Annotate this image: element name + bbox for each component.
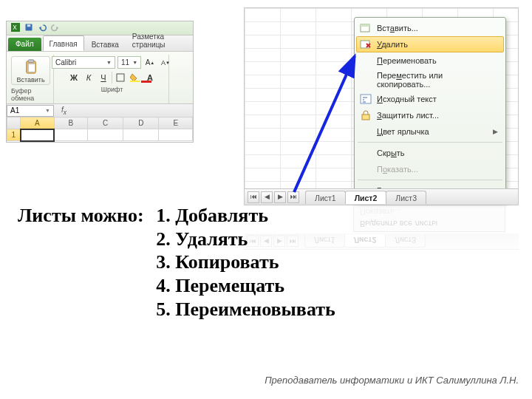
tab-page-layout[interactable]: Разметка страницы	[126, 29, 191, 51]
ctx-protect[interactable]: Защитить лист...	[356, 107, 504, 123]
ctx-tab-color[interactable]: Цвет ярлычка ▶	[356, 123, 504, 140]
ctx-move-copy[interactable]: Переместить или скопировать...	[356, 69, 504, 91]
ctx-view-code[interactable]: Исходный текст	[356, 91, 504, 107]
ctx-separator	[358, 142, 502, 143]
svg-text:X: X	[13, 24, 17, 31]
lesson-item: 4. Перемещать	[156, 274, 335, 298]
ctx-rename-label: Переименовать	[377, 56, 437, 65]
clipboard-group: Вставить Буфер обмена	[8, 55, 54, 103]
sheet-context-menu: Вставить... Удалить Переименовать Переме…	[354, 17, 506, 202]
ctx-hide-label: Скрыть	[377, 149, 405, 157]
fill-color-button[interactable]	[129, 71, 142, 83]
tab-insert[interactable]: Вставка	[86, 37, 125, 51]
svg-rect-6	[28, 64, 35, 72]
select-all-corner[interactable]	[7, 117, 21, 129]
cell-A1[interactable]	[21, 129, 55, 141]
ctx-delete[interactable]: Удалить	[356, 36, 504, 52]
svg-rect-5	[28, 60, 33, 63]
ctx-separator	[358, 180, 502, 180]
shrink-font-icon[interactable]: A▼	[159, 56, 172, 69]
lesson-item: 5. Переименовывать	[156, 298, 335, 321]
sheet-tab-bar: ⏮ ◀ ▶ ⏭ Лист1 Лист2 Лист3	[245, 188, 518, 205]
svg-rect-13	[362, 115, 369, 120]
svg-rect-7	[117, 74, 124, 81]
svg-rect-8	[130, 81, 140, 82]
lock-icon	[359, 109, 372, 121]
grow-font-icon[interactable]: A▲	[143, 56, 157, 69]
name-box[interactable]: A1▼	[7, 105, 54, 117]
ctx-delete-label: Удалить	[377, 40, 408, 49]
submenu-arrow-icon: ▶	[493, 128, 498, 135]
nav-last-icon[interactable]: ⏭	[287, 191, 299, 203]
font-group-label: Шрифт	[101, 85, 123, 95]
paste-label: Вставить	[16, 76, 44, 83]
cell-B1[interactable]	[54, 129, 88, 141]
sheet-tab-2[interactable]: Лист2	[345, 191, 387, 204]
nav-first-icon[interactable]: ⏮	[248, 191, 259, 203]
lesson-item: 2. Удалять	[156, 228, 335, 251]
ctx-insert-label: Вставить...	[377, 24, 418, 33]
svg-rect-3	[27, 24, 31, 27]
ctx-color-label: Цвет ярлычка	[377, 127, 429, 136]
lesson-item: 3. Копировать	[156, 250, 335, 274]
delete-sheet-icon	[359, 38, 372, 50]
ctx-rename[interactable]: Переименовать	[356, 52, 504, 69]
worksheet-grid-left: A B C D E 1	[7, 117, 193, 142]
font-name-combo[interactable]: Calibri▼	[52, 56, 115, 69]
ctx-hide[interactable]: Скрыть	[356, 145, 504, 161]
font-name-value: Calibri	[55, 58, 76, 66]
clipboard-icon	[23, 69, 39, 76]
lesson-list: 1. Добавлять 2. Удалять 3. Копировать 4.…	[156, 204, 335, 321]
lesson-text: Листы можно: 1. Добавлять 2. Удалять 3. …	[18, 204, 335, 321]
col-header-A[interactable]: A	[21, 117, 55, 129]
row-header-1[interactable]: 1	[7, 129, 21, 141]
undo-icon[interactable]	[38, 21, 47, 35]
formula-bar-row: A1▼ fx	[7, 103, 193, 117]
lesson-heading: Листы можно:	[18, 204, 144, 228]
font-size-combo[interactable]: 11▼	[117, 56, 141, 69]
sheet-tab-3[interactable]: Лист3	[386, 191, 426, 204]
sheet-tab-1[interactable]: Лист1	[305, 191, 346, 204]
excel-sheet-context-snippet: Вставить... Удалить Переименовать Переме…	[244, 7, 519, 205]
col-header-C[interactable]: C	[88, 117, 123, 129]
save-icon[interactable]	[24, 21, 33, 35]
col-header-E[interactable]: E	[159, 117, 193, 129]
underline-button[interactable]: Ч	[97, 71, 110, 83]
name-box-value: A1	[10, 106, 19, 115]
footer-credit: Преподаватель информатики и ИКТ Салимулл…	[265, 375, 519, 386]
lesson-item: 1. Добавлять	[156, 204, 335, 228]
cell-D1[interactable]	[123, 129, 159, 141]
ctx-move-label: Переместить или скопировать...	[377, 71, 498, 89]
ribbon-body: Вставить Буфер обмена Calibri▼ 11▼ A▲ A▼…	[7, 51, 193, 103]
excel-ribbon-snippet: X Файл Главная Вставка Разметка страницы…	[6, 21, 194, 143]
clipboard-group-label: Буфер обмена	[11, 86, 50, 103]
ribbon-tabs: Файл Главная Вставка Разметка страницы	[7, 35, 193, 51]
nav-prev-icon[interactable]: ◀	[261, 191, 273, 203]
fx-icon[interactable]: fx	[54, 106, 71, 116]
cell-C1[interactable]	[88, 129, 123, 141]
col-header-D[interactable]: D	[123, 117, 159, 129]
tab-home[interactable]: Главная	[43, 35, 84, 51]
svg-rect-10	[361, 24, 369, 27]
excel-icon: X	[11, 21, 20, 35]
ctx-code-label: Исходный текст	[377, 95, 437, 103]
insert-sheet-icon	[359, 22, 372, 34]
ctx-show-label: Показать...	[377, 165, 418, 174]
font-size-value: 11	[121, 58, 129, 66]
sheet-nav: ⏮ ◀ ▶ ⏭	[245, 191, 302, 203]
redo-icon[interactable]	[51, 21, 60, 35]
nav-next-icon[interactable]: ▶	[274, 191, 286, 203]
col-header-B[interactable]: B	[54, 117, 88, 129]
italic-button[interactable]: К	[82, 71, 95, 83]
code-icon	[359, 93, 372, 105]
bold-button[interactable]: Ж	[67, 71, 81, 83]
file-tab[interactable]: Файл	[8, 38, 41, 51]
ctx-show: Показать...	[356, 161, 504, 177]
paste-button[interactable]: Вставить	[11, 56, 50, 85]
font-group: Calibri▼ 11▼ A▲ A▼ Ж К Ч A Шрифт	[55, 55, 169, 103]
cell-E1[interactable]	[159, 129, 193, 141]
ctx-protect-label: Защитить лист...	[377, 111, 439, 120]
font-color-button[interactable]: A	[143, 71, 157, 83]
ctx-insert[interactable]: Вставить...	[356, 20, 504, 36]
border-button[interactable]	[114, 71, 127, 83]
